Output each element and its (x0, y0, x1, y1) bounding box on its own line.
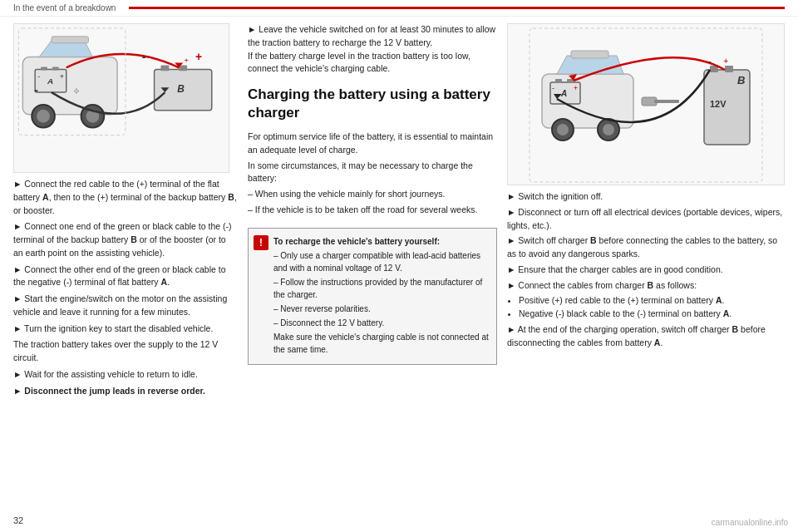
svg-text:+: + (184, 56, 189, 65)
left-text-1: ► Connect the red cable to the (+) termi… (13, 178, 238, 217)
page-content: A - + B - + (0, 17, 798, 525)
mid-body-2: In some circumstances, it may be necessa… (248, 160, 497, 186)
warning-item-1: – Only use a charger compatible with lea… (273, 249, 490, 274)
svg-text:-: - (37, 72, 40, 81)
right-text-1: ► Switch the ignition off. (507, 190, 785, 204)
right-bullet-list: Positive (+) red cable to the (+) termin… (519, 294, 785, 321)
left-text-5: ► Turn the ignition key to start the dis… (13, 323, 238, 336)
svg-text:B: B (737, 74, 745, 86)
svg-text:-: - (142, 50, 146, 63)
page-number: 32 (13, 515, 23, 525)
mid-body-4: – If the vehicle is to be taken off the … (248, 204, 497, 217)
left-text-6: The traction battery takes over the supp… (13, 338, 238, 365)
right-text-5: ► Connect the cables from charger B as f… (507, 279, 785, 293)
svg-text:A: A (47, 76, 53, 86)
svg-rect-15 (160, 65, 169, 71)
header-line (129, 7, 785, 9)
svg-text:+: + (574, 84, 578, 92)
watermark: carmanualonline.info (712, 518, 788, 527)
svg-rect-49 (654, 100, 679, 103)
section-title: Charging the battery using a battery cha… (248, 86, 497, 122)
warning-icon: ! (254, 235, 268, 250)
left-text-4: ► Start the engine/switch on the motor o… (13, 293, 238, 319)
svg-text:B: B (177, 83, 185, 95)
left-text-2: ► Connect one end of the green or black … (13, 220, 238, 259)
left-text-7: ► Wait for the assisting vehicle to retu… (13, 368, 238, 382)
mid-body-text: For optimum service life of the battery,… (248, 131, 497, 219)
mid-body-1: For optimum service life of the battery,… (248, 131, 497, 157)
svg-text:A: A (560, 89, 567, 98)
svg-text:-: - (708, 56, 712, 66)
warning-item-4: – Disconnect the 12 V battery. (273, 317, 490, 329)
warning-item-2: – Follow the instructions provided by th… (273, 276, 490, 301)
right-column: A - + B 12V - (507, 23, 785, 519)
right-text-2: ► Disconnect or turn off all electrical … (507, 206, 785, 233)
svg-point-32 (603, 124, 614, 135)
header-title: In the event of a breakdown (13, 3, 116, 12)
warning-item-3: – Never reverse polarities. (273, 303, 490, 315)
svg-rect-43 (725, 66, 733, 72)
right-text-6: ► At the end of the charging operation, … (507, 323, 785, 350)
left-diagram: A - + B - + (13, 23, 229, 173)
top-bar: In the event of a breakdown (0, 0, 798, 17)
svg-rect-10 (52, 66, 59, 70)
svg-text:-: - (552, 84, 554, 92)
left-column: A - + B - + (13, 23, 238, 519)
left-text-8: ► Disconnect the jump leads in reverse o… (13, 385, 238, 398)
svg-rect-6 (52, 37, 89, 43)
svg-rect-35 (555, 79, 562, 83)
right-diagram: A - + B 12V - (507, 23, 785, 185)
svg-rect-28 (571, 51, 608, 58)
right-text-4: ► Ensure that the charger cables are in … (507, 264, 785, 277)
right-text-3: ► Switch off charger B before connecting… (507, 234, 785, 261)
svg-text:+: + (723, 56, 728, 66)
mid-column: ► Leave the vehicle switched on for at l… (248, 23, 497, 519)
right-text-block: ► Switch the ignition off. ► Disconnect … (507, 190, 785, 352)
svg-point-3 (37, 110, 50, 123)
warning-title: To recharge the vehicle's battery yourse… (273, 235, 490, 248)
warning-item-5: Make sure the vehicle's charging cable i… (273, 331, 490, 356)
svg-text:+: + (60, 72, 64, 81)
mid-top-2: If the battery charge level in the tract… (248, 50, 497, 76)
left-text-3: ► Connect the other end of the green or … (13, 264, 238, 290)
left-text-block: ► Connect the red cable to the (+) termi… (13, 178, 238, 401)
right-bullet-1: Positive (+) red cable to the (+) termin… (519, 294, 785, 308)
svg-text:+: + (74, 86, 79, 96)
svg-point-30 (557, 124, 569, 135)
mid-top-text: ► Leave the vehicle switched on for at l… (248, 23, 497, 76)
right-bullet-2: Negative (-) black cable to the (-) term… (519, 308, 785, 321)
warning-box: ! To recharge the vehicle's battery your… (248, 228, 497, 365)
svg-text:12V: 12V (710, 99, 727, 109)
svg-rect-9 (41, 66, 47, 70)
mid-body-3: – When using the vehicle mainly for shor… (248, 188, 497, 201)
svg-text:-: - (34, 83, 38, 96)
mid-top-1: ► Leave the vehicle switched on for at l… (248, 23, 497, 50)
svg-text:+: + (195, 50, 202, 63)
